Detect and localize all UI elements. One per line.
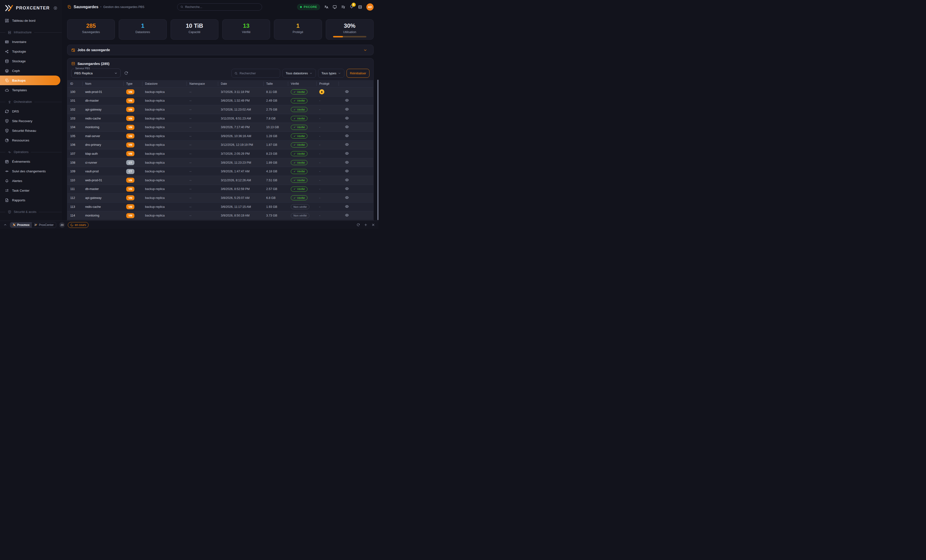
type-badge: CT <box>126 169 135 174</box>
sidebar-item-label: Ressources <box>12 139 29 142</box>
sidebar-item-drs[interactable]: DRS <box>0 106 61 116</box>
sidebar-item-task-center[interactable]: Task Center <box>0 186 61 195</box>
panel-layout-icon[interactable] <box>358 5 362 9</box>
column-header-taille: Taille <box>263 80 288 87</box>
cell-name: monitoring <box>82 126 123 129</box>
protected-lock-icon <box>319 89 324 94</box>
table-row[interactable]: 103redis-cacheVMbackup-replica--3/11/202… <box>67 114 373 123</box>
eye-view-icon[interactable] <box>345 116 349 120</box>
sidebar-item-alertes[interactable]: Alertes <box>0 176 61 186</box>
eye-view-icon[interactable] <box>345 125 349 129</box>
table-row[interactable]: 112api-gatewayVMbackup-replica--3/8/2026… <box>67 193 373 202</box>
table-row[interactable]: 109vault-prodCTbackup-replica--3/9/2026,… <box>67 167 373 176</box>
global-search[interactable] <box>177 3 262 11</box>
eye-view-icon[interactable] <box>345 204 349 209</box>
backups-panel: Sauvegardes (285) Serveur PBS PBS Replic… <box>67 58 374 227</box>
scrollbar-thumb[interactable] <box>377 80 378 220</box>
table-row[interactable]: 105mail-serverVMbackup-replica--3/9/2026… <box>67 132 373 141</box>
jobs-panel-header[interactable]: Jobs de sauvegarde <box>67 45 374 55</box>
table-row[interactable]: 101db-masterVMbackup-replica--3/6/2026, … <box>67 96 373 105</box>
verified-badge: Vérifié <box>291 142 307 147</box>
table-row[interactable]: 108ci-runnerCTbackup-replica--3/8/2026, … <box>67 158 373 167</box>
sidebar-item-securite-reseau[interactable]: Sécurité Réseau <box>0 126 61 135</box>
filechart-icon <box>5 198 9 202</box>
cell-protected: - <box>316 179 339 182</box>
table-row[interactable]: 111db-masterVMbackup-replica--3/6/2026, … <box>67 185 373 194</box>
running-status-label: en cours <box>75 223 86 227</box>
table-search[interactable] <box>232 69 280 78</box>
cell-name: db-master <box>82 187 123 191</box>
table-row[interactable]: 110web-prod-01VMbackup-replica--3/11/202… <box>67 176 373 185</box>
sidebar-item-label: Stockage <box>12 59 26 63</box>
sidebar-item-ceph[interactable]: Ceph <box>0 66 61 76</box>
protected-dash: - <box>319 196 320 200</box>
sidebar-item-evenements[interactable]: Évènements <box>0 157 61 166</box>
zoom-in-plus-icon[interactable] <box>364 223 368 227</box>
table-row[interactable]: 107ldap-authVMbackup-replica--3/7/2026, … <box>67 149 373 158</box>
eye-view-icon[interactable] <box>345 98 349 102</box>
cell-actions <box>339 160 373 165</box>
cell-date: 3/6/2026, 11:17:15 AM <box>218 205 263 209</box>
task-queue-icon[interactable] <box>341 5 345 9</box>
protected-dash: - <box>319 117 320 120</box>
eye-view-icon[interactable] <box>345 213 349 217</box>
cell-id: 106 <box>67 143 82 147</box>
close-icon[interactable] <box>371 223 375 227</box>
type-badge: VM <box>126 195 135 200</box>
global-search-input[interactable] <box>185 5 259 9</box>
datastore-filter-dropdown[interactable]: Tous datastores <box>282 69 316 78</box>
eye-view-icon[interactable] <box>345 195 349 200</box>
refresh-icon[interactable] <box>356 223 360 227</box>
sidebar-item-stockage[interactable]: Stockage <box>0 56 61 66</box>
vertical-scrollbar[interactable] <box>377 0 378 221</box>
chevron-down-icon[interactable] <box>363 48 367 52</box>
sidebar-item-tableau-de-bord[interactable]: Tableau de bord <box>0 16 61 25</box>
sidebar-item-topologie[interactable]: Topologie <box>0 47 61 56</box>
archive-icon <box>71 62 75 66</box>
sidebar-section-label: Sécurité & accès <box>14 210 36 213</box>
eye-view-icon[interactable] <box>345 151 349 156</box>
sidebar-item-site-recovery[interactable]: Site Recovery <box>0 116 61 126</box>
type-filter-dropdown[interactable]: Tous types <box>318 69 344 78</box>
type-badge: CT <box>126 160 135 165</box>
cell-namespace: -- <box>186 152 218 156</box>
sidebar-item-inventaire[interactable]: Inventaire <box>0 37 61 47</box>
cell-size: 4.18 GB <box>263 170 288 173</box>
sidebar-item-ressources[interactable]: Ressources <box>0 135 61 145</box>
protected-dash: - <box>319 99 320 102</box>
tab-proxcenter[interactable]: ProxCenter <box>32 222 56 228</box>
table-row[interactable]: 106dns-primaryVMbackup-replica--3/12/202… <box>67 141 373 150</box>
sidebar-item-suivi-des-changements[interactable]: Suivi des changements <box>0 166 61 176</box>
tab-proxmox[interactable]: Proxmox <box>10 222 32 228</box>
table-search-input[interactable] <box>240 71 277 75</box>
table-row[interactable]: 114monitoringVMbackup-replica--3/9/2026,… <box>67 211 373 220</box>
eye-view-icon[interactable] <box>345 134 349 138</box>
sidebar-item-rapports[interactable]: Rapports <box>0 195 61 205</box>
console-monitor-icon[interactable] <box>333 5 337 9</box>
copy-icon <box>5 79 9 83</box>
reset-filters-button[interactable]: Réinitialiser <box>346 69 369 78</box>
protected-dash: - <box>319 214 320 217</box>
cell-protected: - <box>316 205 339 209</box>
chevron-up-icon[interactable] <box>3 223 7 227</box>
table-row[interactable]: 102api-gatewayVMbackup-replica--3/7/2026… <box>67 105 373 114</box>
eye-view-icon[interactable] <box>345 169 349 173</box>
table-row[interactable]: 104monitoringVMbackup-replica--3/8/2026,… <box>67 123 373 132</box>
user-avatar[interactable]: AD <box>366 3 374 11</box>
column-header-actions <box>339 80 373 87</box>
eye-view-icon[interactable] <box>345 89 349 94</box>
refresh-icon[interactable] <box>124 71 129 75</box>
sidebar-item-templates[interactable]: Templates <box>0 85 61 95</box>
cell-actions <box>339 142 373 147</box>
eye-view-icon[interactable] <box>345 186 349 191</box>
eye-view-icon[interactable] <box>345 107 349 111</box>
table-row[interactable]: 113redis-cacheVMbackup-replica--3/6/2026… <box>67 202 373 211</box>
pbs-server-select[interactable]: Serveur PBS PBS Replica <box>71 68 121 78</box>
language-icon[interactable] <box>324 5 328 9</box>
table-row[interactable]: 100web-prod-01VMbackup-replica--3/7/2026… <box>67 87 373 96</box>
eye-view-icon[interactable] <box>345 160 349 164</box>
eye-view-icon[interactable] <box>345 178 349 182</box>
sidebar-item-backups[interactable]: Backups <box>0 76 61 85</box>
eye-view-icon[interactable] <box>345 142 349 147</box>
sidebar-collapse-toggle-icon[interactable] <box>53 6 57 10</box>
